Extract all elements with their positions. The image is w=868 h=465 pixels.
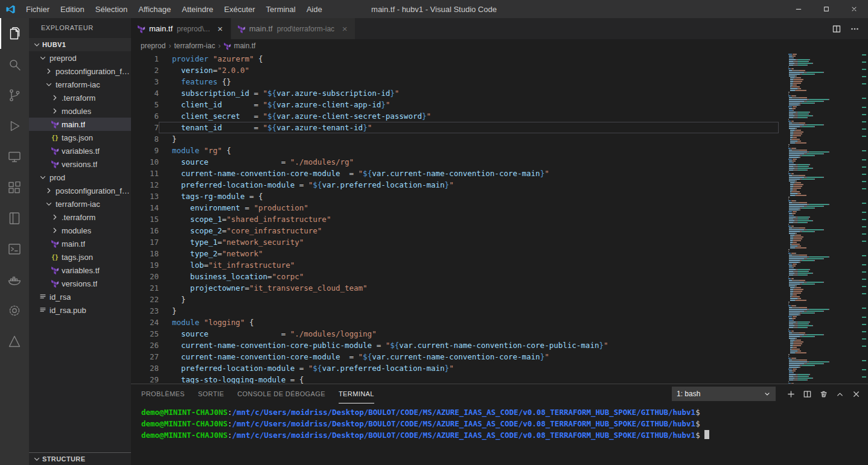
code-line-8[interactable]: 8} xyxy=(131,133,779,145)
code-lines[interactable]: 1provider "azurerm" {2 version="2.0.0"3 … xyxy=(131,53,779,384)
tree-item-6-tags.json[interactable]: {}tags.json xyxy=(29,131,131,144)
tree-item-19-id_rsa.pub[interactable]: id_rsa.pub xyxy=(29,303,131,317)
tree-item-1-postconfiguration_fil...[interactable]: postconfiguration_fil... xyxy=(29,65,131,78)
tree-item-8-versions.tf[interactable]: versions.tf xyxy=(29,157,131,171)
tree-item-12-.terraform[interactable]: .terraform xyxy=(29,210,131,224)
tree-item-0-preprod[interactable]: preprod xyxy=(29,51,131,65)
tree-item-4-modules[interactable]: modules xyxy=(29,104,131,118)
settings-gear-icon[interactable] xyxy=(0,295,29,326)
code-line-18[interactable]: 18 type_2="network" xyxy=(131,248,779,259)
close-button[interactable] xyxy=(840,0,868,18)
code-line-3[interactable]: 3 features {} xyxy=(131,76,779,87)
minimize-button[interactable] xyxy=(785,0,812,18)
panel-tab-sortie[interactable]: SORTIE xyxy=(198,384,224,403)
tree-item-5-main.tf[interactable]: main.tf xyxy=(29,118,131,131)
minimap[interactable] xyxy=(788,54,860,384)
terminal-output[interactable]: demo@MININT-CHAJ0NS:/mnt/c/Users/moidris… xyxy=(131,403,868,465)
code-line-6[interactable]: 6 client_secret = "${var.azure-client-se… xyxy=(131,110,779,122)
code-line-9[interactable]: 9module "rg" { xyxy=(131,145,779,156)
workspace-header[interactable]: HUBV1 xyxy=(29,38,131,51)
docker-icon[interactable] xyxy=(0,264,29,295)
maximize-restore-button[interactable] xyxy=(812,0,840,18)
code-line-15[interactable]: 15 scope_1="shared_infrastructure" xyxy=(131,214,779,225)
split-terminal-button[interactable] xyxy=(803,390,812,399)
menu-atteindre[interactable]: Atteindre xyxy=(176,0,219,18)
tab-1-main.tf[interactable]: main.tfprod\terraform-iac× xyxy=(231,18,356,39)
tree-item-9-prod[interactable]: prod xyxy=(29,171,131,184)
chevron-right-icon xyxy=(49,226,60,235)
close-tab-button[interactable]: × xyxy=(340,24,349,34)
tree-item-2-terraform-iac[interactable]: terraform-iac xyxy=(29,78,131,91)
code-editor[interactable]: 1provider "azurerm" {2 version="2.0.0"3 … xyxy=(131,52,868,384)
code-line-13[interactable]: 13 tags-rg-module = { xyxy=(131,191,779,202)
notebook-icon[interactable] xyxy=(0,203,29,233)
breadcrumb-item-terraform-iac[interactable]: terraform-iac xyxy=(174,42,215,50)
code-line-1[interactable]: 1provider "azurerm" { xyxy=(131,53,779,65)
code-line-25[interactable]: 25 source = "./modules/logging" xyxy=(131,328,779,340)
menu-affichage[interactable]: Affichage xyxy=(133,0,176,18)
code-line-14[interactable]: 14 environment = "production" xyxy=(131,202,779,214)
explorer-icon[interactable] xyxy=(0,18,29,49)
run-debug-icon[interactable] xyxy=(0,110,29,141)
code-line-5[interactable]: 5 client_id = "${var.azure-client-app-id… xyxy=(131,99,779,110)
code-line-2[interactable]: 2 version="2.0.0" xyxy=(131,65,779,76)
extensions-icon[interactable] xyxy=(0,172,29,203)
code-text: tags-sto-logging-module = { xyxy=(159,374,779,384)
tree-item-7-variables.tf[interactable]: variables.tf xyxy=(29,144,131,157)
code-line-19[interactable]: 19 lob="it_infrastructure" xyxy=(131,259,779,271)
tree-item-13-modules[interactable]: modules xyxy=(29,224,131,237)
split-editor-button[interactable] xyxy=(832,24,841,34)
source-control-icon[interactable] xyxy=(0,80,29,110)
code-line-21[interactable]: 21 projectowner="it_transverse_cloud_tea… xyxy=(131,282,779,294)
remote-explorer-icon[interactable] xyxy=(0,141,29,172)
tree-item-10-postconfiguration_fil...[interactable]: postconfiguration_fil... xyxy=(29,184,131,197)
code-line-20[interactable]: 20 business_location="corpc" xyxy=(131,271,779,282)
code-line-7[interactable]: 7 tenant_id = "${var.azure-tenant-id}" xyxy=(131,122,779,133)
tree-item-17-versions.tf[interactable]: versions.tf xyxy=(29,277,131,290)
tree-item-3-.terraform[interactable]: .terraform xyxy=(29,91,131,104)
close-tab-button[interactable]: × xyxy=(216,24,225,34)
code-line-16[interactable]: 16 scope_2="core_infrastructure" xyxy=(131,225,779,236)
code-line-26[interactable]: 26 current-name-convention-core-public-m… xyxy=(131,340,779,351)
menu-fichier[interactable]: Fichier xyxy=(21,0,55,18)
maximize-panel-button[interactable] xyxy=(835,390,844,399)
ruler-tick xyxy=(862,338,866,340)
code-line-22[interactable]: 22 } xyxy=(131,294,779,305)
panel-tab-terminal[interactable]: TERMINAL xyxy=(339,384,374,403)
tab-0-main.tf[interactable]: main.tfpreprod\...× xyxy=(131,18,231,39)
code-line-24[interactable]: 24module "logging" { xyxy=(131,317,779,328)
new-terminal-button[interactable] xyxy=(787,390,796,399)
code-line-10[interactable]: 10 source = "./modules/rg" xyxy=(131,156,779,168)
tree-item-11-terraform-iac[interactable]: terraform-iac xyxy=(29,197,131,210)
tree-item-14-main.tf[interactable]: main.tf xyxy=(29,237,131,250)
breadcrumb-item-preprod[interactable]: preprod xyxy=(141,42,165,50)
code-line-23[interactable]: 23} xyxy=(131,305,779,317)
menu-edition[interactable]: Edition xyxy=(55,0,90,18)
menu-selection[interactable]: Sélection xyxy=(90,0,133,18)
breadcrumb-item-main.tf[interactable]: main.tf xyxy=(223,42,255,50)
tree-item-16-variables.tf[interactable]: variables.tf xyxy=(29,264,131,277)
code-line-17[interactable]: 17 type_1="network_security" xyxy=(131,236,779,248)
code-line-11[interactable]: 11 current-name-convention-core-module =… xyxy=(131,168,779,179)
close-panel-button[interactable] xyxy=(852,390,861,399)
more-actions-button[interactable] xyxy=(850,24,860,34)
menu-terminal[interactable]: Terminal xyxy=(261,0,301,18)
tf-icon xyxy=(49,160,60,168)
code-line-28[interactable]: 28 preferred-location-module = "${var.pr… xyxy=(131,362,779,374)
structure-section-header[interactable]: STRUCTURE xyxy=(29,452,131,465)
terminal-box-icon[interactable] xyxy=(0,233,29,264)
search-icon[interactable] xyxy=(0,49,29,80)
shell-selector[interactable]: 1: bash xyxy=(672,387,776,401)
panel-tab-problemes[interactable]: PROBLÈMES xyxy=(141,384,185,403)
code-line-27[interactable]: 27 current-name-convention-core-module =… xyxy=(131,351,779,362)
azure-icon[interactable] xyxy=(0,326,29,356)
tree-item-18-id_rsa[interactable]: id_rsa xyxy=(29,290,131,303)
panel-tab-console-de-debogage[interactable]: CONSOLE DE DÉBOGAGE xyxy=(237,384,325,403)
tree-item-15-tags.json[interactable]: {}tags.json xyxy=(29,250,131,264)
code-line-12[interactable]: 12 preferred-location-module = "${var.pr… xyxy=(131,179,779,191)
code-line-29[interactable]: 29 tags-sto-logging-module = { xyxy=(131,374,779,384)
kill-terminal-button[interactable] xyxy=(819,390,828,399)
code-line-4[interactable]: 4 subscription_id = "${var.azure-subscri… xyxy=(131,87,779,99)
menu-executer[interactable]: Exécuter xyxy=(219,0,260,18)
menu-aide[interactable]: Aide xyxy=(301,0,328,18)
